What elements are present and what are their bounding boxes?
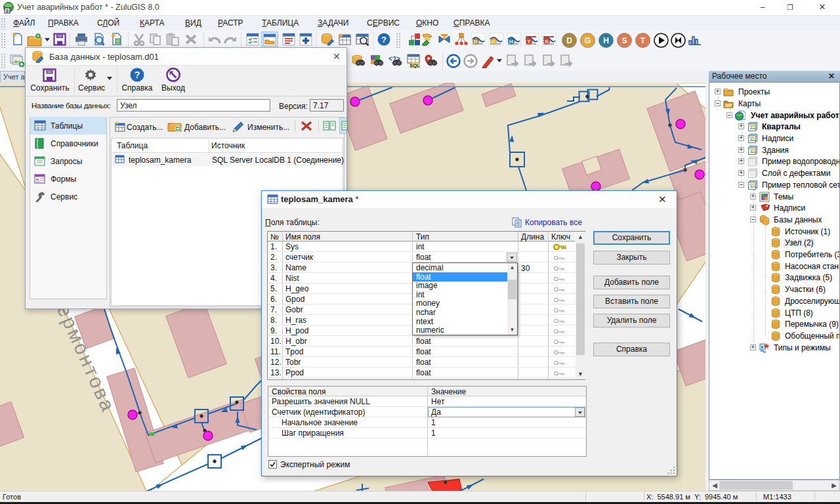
svg-text:S: S [621,36,627,45]
svg-text:T: T [640,36,646,45]
svg-text:T: T [528,39,531,45]
svg-text:H: H [509,39,513,45]
svg-text:S: S [545,39,549,45]
svg-text:H: H [603,36,609,45]
svg-text:?: ? [381,35,387,45]
svg-text:D: D [566,36,572,45]
svg-text:D: D [474,39,478,45]
svg-text:SQL: SQL [410,63,420,68]
svg-text:G: G [492,39,495,45]
svg-text:?: ? [135,70,140,80]
svg-text:G: G [585,36,591,45]
